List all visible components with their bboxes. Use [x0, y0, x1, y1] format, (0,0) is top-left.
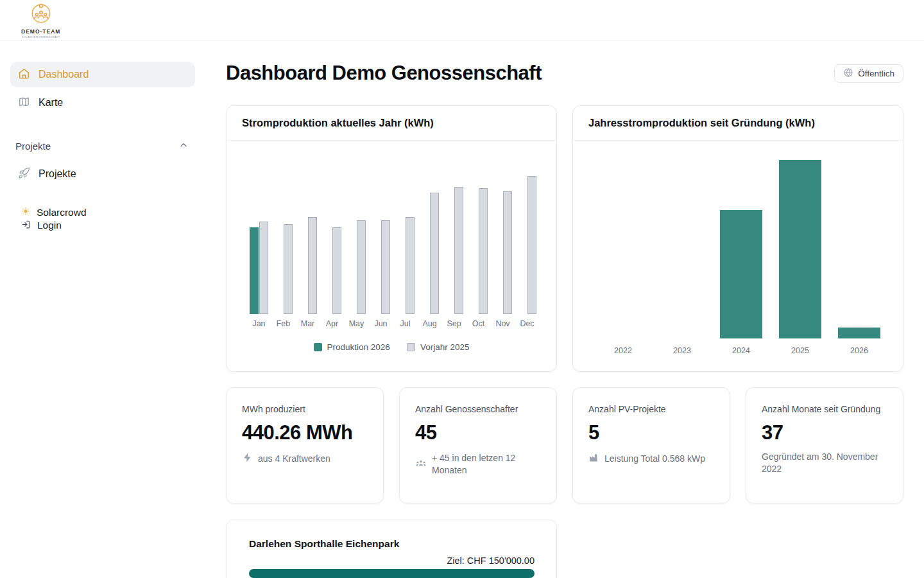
- bar-group-2025[interactable]: [771, 141, 830, 338]
- yearly-chart-title: Jahresstromproduktion seit Gründung (kWh…: [573, 106, 903, 141]
- bar-group-may[interactable]: [347, 141, 366, 314]
- bar-group-2022[interactable]: [594, 141, 653, 338]
- visibility-button[interactable]: Öffentlich: [834, 64, 903, 83]
- stat-subtext: Leistung Total 0.568 kWp: [604, 453, 705, 466]
- stat-label: Anzahl Genossenschafter: [415, 403, 541, 416]
- stat-card-pv-projekte: Anzahl PV-Projekte 5 Leistung Total 0.56…: [572, 387, 730, 504]
- axis-label-mar: Mar: [298, 319, 317, 328]
- bar-vorjahr-2025-dec[interactable]: [527, 176, 536, 314]
- globe-icon: [843, 67, 853, 80]
- yearly-production-card: Jahresstromproduktion seit Gründung (kWh…: [572, 105, 903, 372]
- bar-group-apr[interactable]: [323, 141, 341, 314]
- sidebar-item-dashboard[interactable]: Dashboard: [10, 62, 195, 87]
- bar-vorjahr-2025-feb[interactable]: [284, 224, 293, 314]
- logo-name: DEMO-TEAM: [21, 28, 60, 35]
- bar-group-feb[interactable]: [274, 141, 293, 314]
- people-icon: [415, 457, 427, 473]
- sidebar-section-projekte[interactable]: Projekte: [10, 140, 195, 152]
- sidebar-section-label: Projekte: [15, 141, 51, 152]
- sidebar-login-label-line2: Login: [37, 220, 62, 231]
- axis-label-sep: Sep: [445, 319, 463, 328]
- axis-label-2025: 2025: [771, 346, 830, 355]
- stat-subtext: Gegründet am 30. November 2022: [762, 451, 887, 476]
- stat-card-mwh: MWh produziert 440.26 MWh aus 4 Kraftwer…: [226, 387, 384, 504]
- bar-jahresproduktion-2025[interactable]: [779, 160, 821, 338]
- axis-label-oct: Oct: [469, 319, 488, 328]
- bar-group-mar[interactable]: [298, 141, 317, 314]
- axis-label-may: May: [347, 319, 366, 328]
- stat-label: Anzahl PV-Projekte: [588, 403, 714, 416]
- axis-label-apr: Apr: [323, 319, 341, 328]
- bar-vorjahr-2025-may[interactable]: [357, 220, 366, 314]
- lightning-icon: [242, 452, 253, 467]
- bar-group-jan[interactable]: [250, 141, 268, 314]
- bar-vorjahr-2025-jan[interactable]: [259, 222, 268, 314]
- bar-vorjahr-2025-aug[interactable]: [430, 193, 439, 314]
- bar-group-sep[interactable]: [445, 141, 463, 314]
- sidebar-item-projekte[interactable]: Projekte: [10, 161, 195, 187]
- bar-group-dec[interactable]: [518, 141, 536, 314]
- main-content: Dashboard Demo Genossenschaft Öffentlich…: [195, 41, 924, 578]
- bar-group-2024[interactable]: [712, 141, 771, 338]
- bar-group-jul[interactable]: [396, 141, 415, 314]
- sidebar-item-label: Dashboard: [38, 69, 89, 80]
- logo-subtitle: SOLARGENOSSENSCHAFT: [22, 35, 60, 39]
- legend-swatch-icon: [314, 343, 322, 351]
- rocket-icon: [18, 167, 30, 182]
- logo-people-icon: [30, 2, 53, 28]
- loan-goal: Ziel: CHF 150'000.00: [249, 556, 535, 566]
- stat-value: 45: [415, 421, 541, 444]
- bar-jahresproduktion-2026[interactable]: [838, 328, 880, 338]
- sun-icon: [21, 207, 30, 218]
- sidebar-item-karte[interactable]: Karte: [10, 90, 195, 116]
- legend-label: Vorjahr 2025: [420, 342, 470, 352]
- legend-swatch-icon: [407, 343, 415, 351]
- bar-group-2023[interactable]: [653, 141, 712, 338]
- monthly-production-card: Stromproduktion aktuelles Jahr (kWh) Jan…: [226, 105, 557, 372]
- bar-group-2026[interactable]: [830, 141, 889, 338]
- factory-icon: [588, 452, 599, 467]
- bar-group-jun[interactable]: [372, 141, 390, 314]
- legend-label: Produktion 2026: [327, 342, 390, 352]
- bar-group-nov[interactable]: [493, 141, 512, 314]
- loan-title: Darlehen Sporthalle Eichenpark: [249, 538, 535, 550]
- axis-label-2024: 2024: [712, 346, 771, 355]
- axis-label-feb: Feb: [274, 319, 293, 328]
- yearly-chart: 20222023202420252026: [573, 141, 903, 355]
- visibility-button-label: Öffentlich: [858, 69, 894, 78]
- bar-vorjahr-2025-oct[interactable]: [479, 188, 488, 314]
- bar-group-oct[interactable]: [469, 141, 488, 314]
- axis-label-aug: Aug: [420, 319, 439, 328]
- stat-label: Anzahl Monate seit Gründung: [762, 403, 887, 416]
- bar-vorjahr-2025-jun[interactable]: [381, 220, 390, 314]
- sidebar-item-label: Karte: [38, 97, 63, 109]
- bar-vorjahr-2025-nov[interactable]: [503, 191, 512, 314]
- monthly-chart-title: Stromproduktion aktuelles Jahr (kWh): [227, 106, 556, 141]
- logo[interactable]: DEMO-TEAM SOLARGENOSSENSCHAFT: [21, 2, 60, 39]
- chevron-up-icon: [178, 140, 189, 152]
- chart-legend: Produktion 2026Vorjahr 2025: [227, 342, 556, 352]
- axis-label-jun: Jun: [372, 319, 390, 328]
- bar-vorjahr-2025-apr[interactable]: [332, 227, 341, 314]
- bar-produktion-2026-jan[interactable]: [250, 227, 259, 314]
- stat-label: MWh produziert: [242, 403, 368, 416]
- sidebar-solarcrowd-login[interactable]: Solarcrowd Login: [10, 206, 195, 232]
- legend-item: Produktion 2026: [314, 342, 390, 352]
- bar-group-aug[interactable]: [420, 141, 439, 314]
- monthly-chart: JanFebMarAprMayJunJulAugSepOctNovDec Pro…: [227, 141, 556, 352]
- axis-label-nov: Nov: [493, 319, 512, 328]
- bar-vorjahr-2025-sep[interactable]: [454, 187, 463, 314]
- bar-vorjahr-2025-mar[interactable]: [308, 217, 317, 314]
- bar-vorjahr-2025-jul[interactable]: [406, 217, 415, 314]
- sidebar: Dashboard Karte Projekte: [0, 41, 195, 578]
- stat-card-monate: Anzahl Monate seit Gründung 37 Gegründet…: [746, 387, 903, 504]
- bar-jahresproduktion-2024[interactable]: [720, 210, 762, 338]
- stat-value: 37: [762, 421, 887, 444]
- axis-label-2023: 2023: [653, 346, 712, 355]
- sidebar-login-label-line1: Solarcrowd: [37, 207, 87, 218]
- stat-value: 5: [588, 421, 714, 444]
- login-icon: [21, 220, 31, 232]
- stat-subtext: aus 4 Kraftwerken: [258, 453, 330, 466]
- map-icon: [18, 96, 30, 110]
- home-icon: [18, 67, 30, 82]
